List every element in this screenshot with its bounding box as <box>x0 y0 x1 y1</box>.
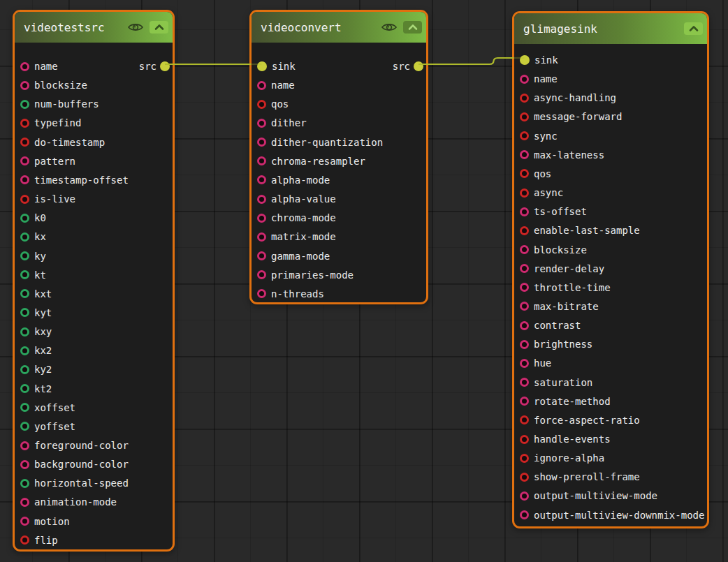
property-port[interactable] <box>20 214 29 223</box>
node-editor-canvas[interactable]: videotestsrcnamesrcblocksizenum-bufferst… <box>0 0 728 562</box>
property-label: kx <box>34 231 46 242</box>
sink-pad-port[interactable] <box>257 61 267 71</box>
property-port[interactable] <box>520 454 529 463</box>
property-port[interactable] <box>20 535 29 545</box>
property-port[interactable] <box>520 94 529 103</box>
property-port[interactable] <box>20 100 29 109</box>
visibility-icon[interactable] <box>380 21 398 34</box>
property-port[interactable] <box>20 384 29 393</box>
property-port[interactable] <box>20 138 29 147</box>
property-port[interactable] <box>257 195 266 204</box>
property-port[interactable] <box>20 346 29 355</box>
property-label: ky2 <box>34 364 52 375</box>
property-port[interactable] <box>20 251 29 260</box>
property-port[interactable] <box>520 75 529 84</box>
property-port[interactable] <box>20 175 29 184</box>
property-row: saturation <box>514 373 707 392</box>
property-port[interactable] <box>20 460 29 469</box>
property-port[interactable] <box>520 321 529 330</box>
property-port[interactable] <box>20 156 29 165</box>
collapse-button[interactable] <box>403 21 422 34</box>
src-pad-port[interactable] <box>160 61 170 71</box>
property-port[interactable] <box>520 378 529 387</box>
property-port[interactable] <box>520 510 529 519</box>
node-videotestsrc[interactable]: videotestsrcnamesrcblocksizenum-bufferst… <box>13 10 175 552</box>
node-header[interactable]: videoconvert <box>252 12 426 43</box>
collapse-button[interactable] <box>150 21 168 34</box>
property-port[interactable] <box>257 81 266 90</box>
node-header[interactable]: glimagesink <box>514 13 707 44</box>
property-port[interactable] <box>520 397 529 406</box>
property-label: force-aspect-ratio <box>534 415 640 426</box>
property-row: brightness <box>514 335 707 354</box>
property-label: ignore-alpha <box>534 452 604 464</box>
property-row: throttle-time <box>514 278 707 297</box>
property-port[interactable] <box>257 214 266 223</box>
property-port[interactable] <box>257 175 266 184</box>
property-port[interactable] <box>520 415 529 424</box>
property-row: chroma-mode <box>252 209 426 228</box>
property-port[interactable] <box>20 403 29 412</box>
property-label: kt2 <box>34 383 52 394</box>
property-port[interactable] <box>520 131 529 140</box>
property-port[interactable] <box>520 112 529 121</box>
property-port[interactable] <box>20 289 29 298</box>
property-port[interactable] <box>20 81 29 90</box>
node-header[interactable]: videotestsrc <box>15 12 173 43</box>
property-port[interactable] <box>520 169 529 178</box>
property-label: xoffset <box>34 402 75 413</box>
property-port[interactable] <box>20 308 29 317</box>
property-port[interactable] <box>520 150 529 159</box>
property-port[interactable] <box>257 270 266 279</box>
property-port[interactable] <box>520 188 529 198</box>
property-port[interactable] <box>520 207 529 216</box>
property-port[interactable] <box>520 491 529 501</box>
property-label: blocksize <box>34 80 87 91</box>
property-port[interactable] <box>20 270 29 279</box>
property-port[interactable] <box>520 245 529 254</box>
property-port[interactable] <box>20 517 29 526</box>
property-label: do-timestamp <box>34 137 105 148</box>
property-port[interactable] <box>20 327 29 337</box>
property-port[interactable] <box>20 195 29 204</box>
property-port[interactable] <box>520 359 529 368</box>
collapse-button[interactable] <box>684 22 703 35</box>
property-port[interactable] <box>20 365 29 374</box>
property-port[interactable] <box>520 435 529 444</box>
src-pad-label: src <box>393 61 410 72</box>
property-port[interactable] <box>20 119 29 128</box>
property-port[interactable] <box>20 441 29 450</box>
property-port[interactable] <box>520 340 529 349</box>
node-videoconvert[interactable]: videoconvertsinksrcnameqosditherdither-q… <box>249 10 428 304</box>
property-row: motion <box>15 512 173 531</box>
property-label: async-handling <box>534 92 616 103</box>
property-port[interactable] <box>20 62 29 71</box>
src-pad-port[interactable] <box>414 61 423 71</box>
property-label: num-buffers <box>34 98 99 110</box>
property-row: kt2 <box>15 379 173 398</box>
property-port[interactable] <box>520 473 529 482</box>
sink-pad-port[interactable] <box>520 55 530 65</box>
property-row: horizontal-speed <box>15 474 173 493</box>
property-port[interactable] <box>20 422 29 431</box>
visibility-icon[interactable] <box>126 21 145 34</box>
connection-wire[interactable] <box>418 58 514 64</box>
property-label: kxy <box>34 326 52 337</box>
property-port[interactable] <box>20 232 29 242</box>
chevron-up-icon <box>152 22 167 32</box>
property-row: ky2 <box>15 360 173 379</box>
property-port[interactable] <box>257 156 266 165</box>
property-port[interactable] <box>20 498 29 507</box>
property-port[interactable] <box>257 251 266 260</box>
property-port[interactable] <box>520 302 529 311</box>
property-port[interactable] <box>520 283 529 292</box>
property-port[interactable] <box>257 100 266 109</box>
property-port[interactable] <box>257 289 266 298</box>
property-port[interactable] <box>520 226 529 235</box>
property-port[interactable] <box>520 264 529 273</box>
property-port[interactable] <box>257 119 266 128</box>
property-port[interactable] <box>257 138 266 147</box>
property-port[interactable] <box>257 232 266 242</box>
node-glimagesink[interactable]: glimagesinksinknameasync-handlingmessage… <box>512 11 709 528</box>
property-port[interactable] <box>20 479 29 488</box>
